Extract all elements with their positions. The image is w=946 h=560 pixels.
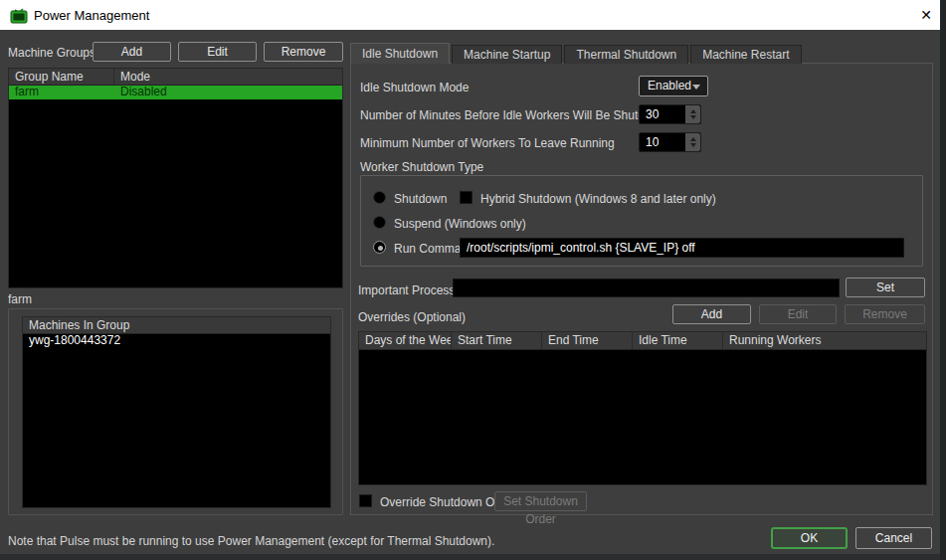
overrides-table-header: Days of the Week Start Time End Time Idl… [359, 332, 926, 350]
set-important-processes-button[interactable]: Set [846, 278, 925, 297]
shutdown-radio[interactable] [373, 191, 386, 204]
power-management-dialog: Power Management ✕ Machine Groups Add Ed… [0, 0, 940, 554]
spin-down-icon[interactable] [690, 115, 696, 119]
minutes-before-shutdown-input[interactable] [640, 105, 685, 123]
min-workers-stepper [639, 132, 701, 152]
idle-shutdown-mode-select[interactable]: Enabled [639, 76, 708, 96]
machine-groups-table-header: Group Name Mode [9, 69, 342, 86]
overrides-table: Days of the Week Start Time End Time Idl… [358, 331, 927, 485]
hybrid-shutdown-label: Hybrid Shutdown (Windows 8 and later onl… [480, 192, 716, 206]
suspend-radio-label: Suspend (Windows only) [394, 217, 526, 231]
pulse-note: Note that Pulse must be running to use P… [8, 534, 494, 548]
column-header-start-time[interactable]: Start Time [452, 332, 542, 349]
title-bar: Power Management ✕ [0, 0, 940, 30]
cancel-button[interactable]: Cancel [855, 527, 932, 549]
window-title: Power Management [34, 8, 149, 23]
table-row-farm[interactable]: farm Disabled [9, 86, 342, 99]
hybrid-shutdown-checkbox[interactable] [460, 191, 473, 204]
min-workers-label: Minimum Number of Workers To Leave Runni… [360, 136, 615, 150]
spin-buttons [685, 133, 700, 151]
min-workers-input[interactable] [640, 133, 685, 151]
screen-edge-bottom [0, 554, 940, 560]
important-processes-label: Important Processes [358, 283, 468, 297]
group-machines-box: Machines In Group ywg-1800443372 [8, 308, 343, 515]
machine-name-cell: ywg-1800443372 [23, 334, 330, 349]
ok-button[interactable]: OK [771, 527, 848, 549]
tab-thermal-shutdown[interactable]: Thermal Shutdown [564, 45, 688, 64]
spin-down-icon[interactable] [690, 143, 696, 147]
add-group-button[interactable]: Add [93, 42, 171, 62]
close-icon[interactable]: ✕ [917, 6, 935, 24]
edit-override-button[interactable]: Edit [759, 304, 837, 324]
set-shutdown-order-button[interactable]: Set Shutdown Order [494, 491, 587, 511]
chevron-down-icon [692, 85, 700, 90]
machine-groups-table: Group Name Mode farm Disabled [8, 68, 343, 288]
idle-shutdown-mode-label: Idle Shutdown Mode [360, 81, 469, 94]
edit-group-button[interactable]: Edit [178, 42, 257, 62]
machine-groups-label: Machine Groups [8, 46, 95, 60]
shutdown-radio-label: Shutdown [394, 192, 447, 206]
group-name-cell: farm [9, 86, 114, 99]
column-header-mode[interactable]: Mode [114, 69, 342, 85]
tab-machine-restart[interactable]: Machine Restart [690, 45, 801, 64]
remove-group-button[interactable]: Remove [264, 42, 343, 62]
minutes-before-shutdown-label: Number of Minutes Before Idle Workers Wi… [360, 108, 666, 122]
tab-idle-shutdown[interactable]: Idle Shutdown [350, 43, 450, 64]
column-header-group-name[interactable]: Group Name [9, 69, 114, 85]
column-header-running-workers[interactable]: Running Workers [723, 332, 926, 349]
overrides-label: Overrides (Optional) [358, 310, 466, 324]
column-header-days[interactable]: Days of the Week [359, 332, 452, 349]
tab-machine-startup[interactable]: Machine Startup [452, 45, 562, 64]
column-header-machines[interactable]: Machines In Group [23, 317, 330, 333]
screen-edge-right [940, 0, 946, 560]
machines-in-group-list: Machines In Group ywg-1800443372 [22, 316, 331, 508]
group-mode-cell: Disabled [114, 86, 342, 99]
minutes-before-shutdown-stepper [639, 104, 701, 124]
run-command-input[interactable] [460, 238, 904, 258]
important-processes-input[interactable] [453, 279, 840, 297]
tab-bar: Idle Shutdown Machine Startup Thermal Sh… [350, 43, 804, 64]
override-shutdown-order-checkbox[interactable] [359, 494, 372, 507]
add-override-button[interactable]: Add [672, 304, 751, 324]
column-header-end-time[interactable]: End Time [542, 332, 633, 349]
spin-buttons [685, 105, 700, 123]
worker-shutdown-type-label: Worker Shutdown Type [360, 160, 483, 174]
spin-up-icon[interactable] [690, 137, 696, 141]
selected-group-label: farm [8, 292, 32, 306]
idle-shutdown-mode-value: Enabled [648, 79, 691, 93]
app-icon [10, 6, 28, 24]
suspend-radio[interactable] [373, 216, 386, 229]
spin-up-icon[interactable] [690, 109, 696, 113]
column-header-idle-time[interactable]: Idle Time [633, 332, 723, 349]
run-command-radio[interactable] [373, 241, 386, 254]
remove-override-button[interactable]: Remove [845, 304, 925, 324]
machines-list-header: Machines In Group [23, 317, 330, 334]
list-item-machine[interactable]: ywg-1800443372 [23, 334, 330, 349]
